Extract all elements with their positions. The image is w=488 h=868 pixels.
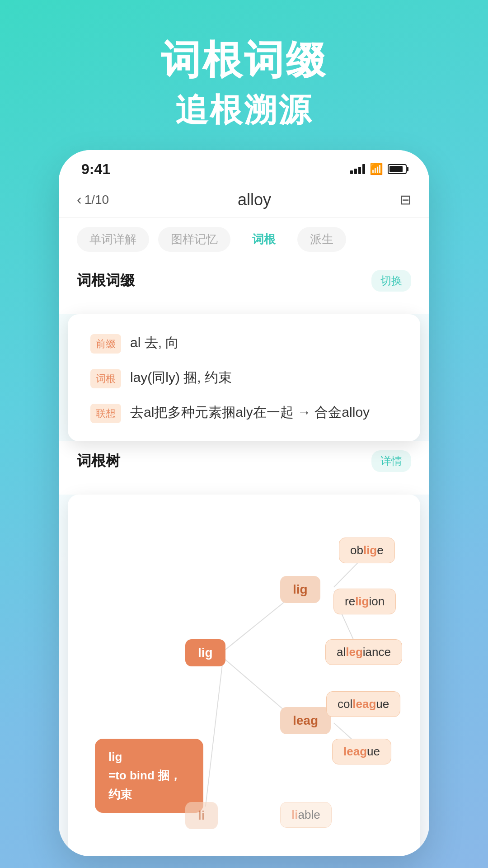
nav-title: alloy — [238, 190, 271, 209]
morpheme-row-prefix: 前缀 al 去, 向 — [90, 332, 398, 354]
nav-back[interactable]: ‹ 1/10 — [77, 191, 109, 208]
root-section-switch[interactable]: 切换 — [371, 270, 411, 292]
root-section-header: 词根词缀 切换 — [77, 270, 411, 292]
status-bar: 9:41 📶 — [59, 150, 429, 182]
tree-section-title: 词根树 — [77, 451, 120, 471]
settings-icon[interactable]: ⊟ — [400, 192, 411, 208]
tree-node-lig-root: lig — [185, 639, 225, 666]
morpheme-row-association: 联想 去al把多种元素捆aly在一起 → 合金alloy — [90, 402, 398, 423]
hero-subtitle: 追根溯源 — [0, 89, 488, 132]
nav-bar: ‹ 1/10 alloy ⊟ — [59, 182, 429, 218]
prefix-tag: 前缀 — [90, 334, 121, 354]
tree-node-li-partial: li — [185, 802, 218, 829]
prefix-text: al 去, 向 — [130, 332, 179, 353]
signal-icon — [350, 164, 365, 174]
morpheme-card: 前缀 al 去, 向 词根 lay(同ly) 捆, 约束 联想 去al把多种元素… — [68, 314, 420, 441]
tree-section: 词根树 详情 — [59, 441, 429, 495]
root-text: lay(同ly) 捆, 约束 — [130, 367, 232, 387]
root-tag: 词根 — [90, 369, 121, 388]
phone-body: 9:41 📶 ‹ 1/10 alloy ⊟ — [59, 150, 429, 856]
tree-node-league[interactable]: league — [332, 739, 391, 764]
tab-root[interactable]: 词根 — [239, 227, 288, 252]
tab-image-memory[interactable]: 图样记忆 — [158, 227, 230, 252]
tree-node-lig-branch[interactable]: lig — [280, 576, 320, 603]
morpheme-row-root: 词根 lay(同ly) 捆, 约束 — [90, 367, 398, 388]
tree-section-header: 词根树 详情 — [77, 450, 411, 472]
back-arrow-icon[interactable]: ‹ — [77, 191, 82, 208]
hero-title: 词根词缀 — [0, 36, 488, 84]
tree-visual: lig lig leag oblige religion — [86, 517, 402, 834]
tab-word-detail[interactable]: 单词详解 — [77, 227, 149, 252]
tree-section-detail[interactable]: 详情 — [371, 450, 411, 472]
tab-bar: 单词详解 图样记忆 词根 派生 — [59, 218, 429, 261]
status-icons: 📶 — [350, 163, 407, 175]
root-content-area: 词根词缀 切换 — [59, 261, 429, 314]
assoc-text: 去al把多种元素捆aly在一起 → 合金alloy — [130, 402, 370, 422]
root-section-title: 词根词缀 — [77, 271, 135, 291]
phone-mockup: 9:41 📶 ‹ 1/10 alloy ⊟ — [59, 150, 429, 856]
status-time: 9:41 — [81, 161, 110, 178]
svg-line-7 — [206, 662, 223, 807]
tab-derivative[interactable]: 派生 — [297, 227, 346, 252]
tree-node-oblige[interactable]: oblige — [339, 538, 395, 563]
wifi-icon: 📶 — [370, 163, 383, 175]
tree-node-colleague[interactable]: colleague — [326, 691, 400, 717]
root-def-box: lig=to bind 捆，约束 — [95, 739, 203, 813]
hero-section: 词根词缀 追根溯源 — [0, 0, 488, 150]
tree-node-leag[interactable]: leag — [280, 707, 331, 734]
tree-node-allegiance[interactable]: allegiance — [325, 639, 402, 665]
battery-icon — [388, 164, 407, 174]
tree-node-liable-partial: liable — [280, 802, 332, 828]
nav-page-count: 1/10 — [84, 193, 109, 207]
tree-card: lig lig leag oblige religion — [68, 495, 420, 856]
assoc-tag: 联想 — [90, 404, 121, 423]
tree-node-religion[interactable]: religion — [333, 589, 396, 614]
